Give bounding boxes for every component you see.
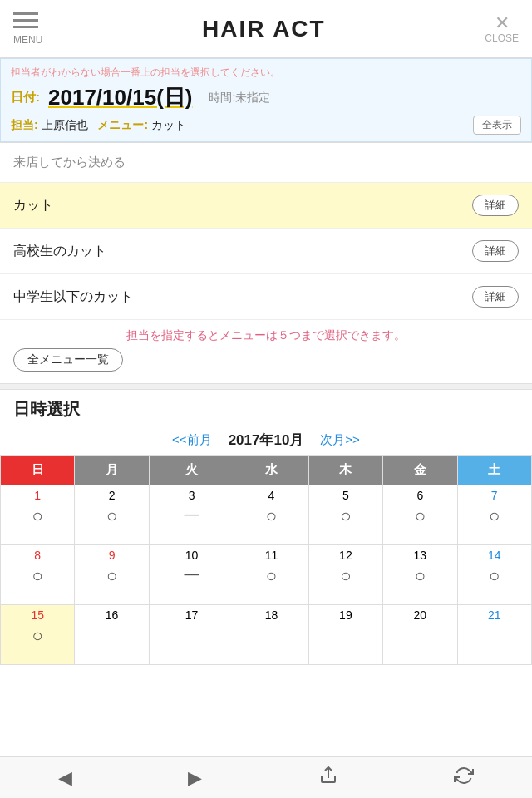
cal-cell-oct3[interactable]: 3—: [149, 485, 234, 545]
all-menu-button[interactable]: 全メニュー一覧: [13, 348, 123, 372]
menu-item-decide-later[interactable]: 来店してから決める: [0, 143, 532, 183]
calendar-week-1: 1○ 2○ 3— 4○ 5○ 6○ 7○: [1, 485, 532, 545]
cal-cell-oct1[interactable]: 1○: [1, 485, 75, 545]
menu-item-cut[interactable]: カット 詳細: [0, 183, 532, 229]
close-label: CLOSE: [485, 32, 519, 44]
detail-button-highschool[interactable]: 詳細: [472, 240, 519, 262]
th-friday: 金: [383, 456, 457, 485]
th-monday: 月: [75, 456, 149, 485]
app-title: HAIR ACT: [202, 16, 326, 42]
date-label: 日付:: [11, 90, 40, 106]
cal-cell-oct16[interactable]: 16: [75, 605, 149, 665]
cal-cell-oct12[interactable]: 12○: [308, 545, 382, 605]
calendar-table: 日 月 火 水 木 金 土 1○ 2○ 3— 4○ 5○ 6○ 7○ 8○ 9○…: [0, 455, 532, 665]
notice-text: 担当を指定するとメニューは５つまで選択できます。: [0, 320, 532, 348]
time-label: 時間:未指定: [209, 91, 270, 106]
th-saturday: 土: [457, 456, 532, 485]
cal-cell-oct5[interactable]: 5○: [308, 485, 382, 545]
menu-label: MENU: [13, 34, 42, 46]
date-line: 日付: 2017/10/15(日) 時間:未指定: [11, 83, 521, 112]
detail-button-junior[interactable]: 詳細: [472, 286, 519, 308]
menu-icon-line1: [13, 12, 38, 15]
th-tuesday: 火: [149, 456, 234, 485]
cal-cell-oct4[interactable]: 4○: [234, 485, 308, 545]
back-button[interactable]: ◀: [42, 761, 89, 796]
staff-line: 担当: 上原信也 メニュー: カット 全表示: [11, 116, 521, 135]
menu-icon-line3: [13, 26, 38, 28]
bottom-navigation: ◀ ▶: [0, 756, 532, 798]
calendar-nav: <<前月 2017年10月 次月>>: [0, 426, 532, 455]
menu-item-highschool-cut[interactable]: 高校生のカット 詳細: [0, 229, 532, 274]
staff-label: 担当:: [11, 118, 38, 131]
menu-item-label: 高校生のカット: [13, 243, 106, 260]
detail-button-cut[interactable]: 詳細: [472, 195, 519, 216]
menu-item-label: 来店してから決める: [13, 155, 126, 170]
menu-item-label: 中学生以下のカット: [13, 288, 133, 306]
refresh-button[interactable]: [437, 759, 490, 796]
cal-cell-oct13[interactable]: 13○: [383, 545, 457, 605]
menu-list: 来店してから決める カット 詳細 高校生のカット 詳細 中学生以下のカット 詳細: [0, 142, 532, 320]
menu-icon-line2: [13, 19, 38, 22]
prev-month-link[interactable]: <<前月: [172, 432, 212, 448]
th-thursday: 木: [308, 456, 382, 485]
show-all-button[interactable]: 全表示: [473, 116, 521, 135]
info-bar: 担当者がわからない場合一番上の担当を選択してください。 日付: 2017/10/…: [0, 58, 532, 142]
hint-text: 担当者がわからない場合一番上の担当を選択してください。: [11, 66, 521, 80]
cal-cell-oct19[interactable]: 19: [308, 605, 382, 665]
calendar-week-3: 15○ 16 17 18 19 20 21: [1, 605, 532, 665]
cal-cell-oct14[interactable]: 14○: [457, 545, 532, 605]
menu-value: カット: [151, 118, 186, 131]
cal-cell-oct10[interactable]: 10—: [149, 545, 234, 605]
current-month: 2017年10月: [229, 431, 304, 450]
date-value: 2017/10/15(日): [48, 83, 192, 112]
share-button[interactable]: [302, 759, 355, 796]
cal-cell-oct15[interactable]: 15○: [1, 605, 75, 665]
section-divider: [0, 383, 532, 390]
cal-cell-oct6[interactable]: 6○: [383, 485, 457, 545]
staff-menu-info: 担当: 上原信也 メニュー: カット: [11, 118, 186, 133]
th-wednesday: 水: [234, 456, 308, 485]
th-sunday: 日: [1, 456, 75, 485]
cal-cell-oct18[interactable]: 18: [234, 605, 308, 665]
cal-cell-oct9[interactable]: 9○: [75, 545, 149, 605]
close-icon: ✕: [495, 14, 510, 32]
next-month-link[interactable]: 次月>>: [320, 432, 360, 448]
menu-label-text: メニュー:: [97, 118, 148, 131]
calendar-header-row: 日 月 火 水 木 金 土: [1, 456, 532, 485]
cal-cell-oct7[interactable]: 7○: [457, 485, 532, 545]
calendar-week-2: 8○ 9○ 10— 11○ 12○ 13○ 14○: [1, 545, 532, 605]
menu-button[interactable]: MENU: [13, 12, 42, 46]
cal-cell-oct17[interactable]: 17: [149, 605, 234, 665]
header: MENU HAIR ACT ✕ CLOSE: [0, 0, 532, 58]
cal-cell-oct21[interactable]: 21: [457, 605, 532, 665]
cal-cell-oct8[interactable]: 8○: [1, 545, 75, 605]
cal-cell-oct11[interactable]: 11○: [234, 545, 308, 605]
menu-item-label: カット: [13, 197, 53, 214]
cal-cell-oct20[interactable]: 20: [383, 605, 457, 665]
section-title: 日時選択: [0, 390, 532, 426]
close-button[interactable]: ✕ CLOSE: [485, 14, 519, 44]
menu-item-junior-cut[interactable]: 中学生以下のカット 詳細: [0, 274, 532, 320]
staff-name: 上原信也: [42, 118, 88, 131]
forward-button[interactable]: ▶: [171, 761, 219, 796]
cal-cell-oct2[interactable]: 2○: [75, 485, 149, 545]
